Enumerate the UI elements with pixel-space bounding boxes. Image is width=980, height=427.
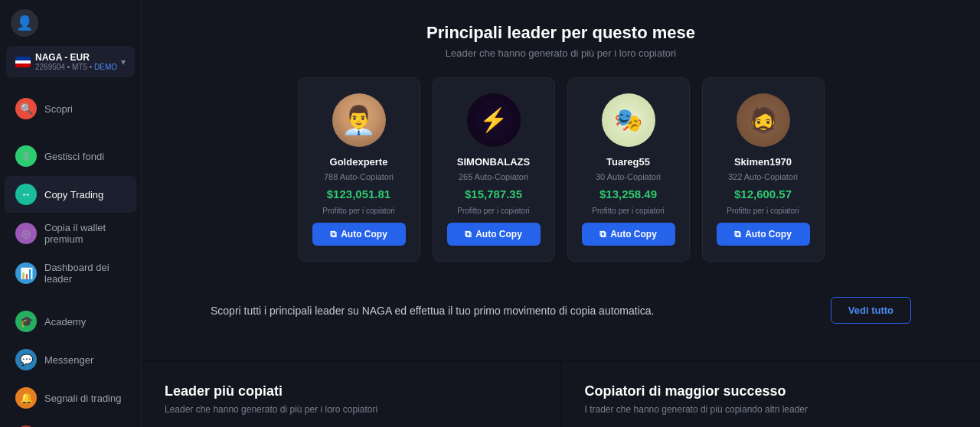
leader-card-skimen1970: Skimen1970 322 Auto-Copiatori $12,600.57… xyxy=(702,77,825,262)
leader-name-goldexperte: Goldexperte xyxy=(330,156,388,168)
sidebar-label-copy: Copy Trading xyxy=(44,189,103,200)
bottom-card-copiatori-title: Copiatori di maggior successo xyxy=(585,383,958,399)
leader-avatar-simonbalazs xyxy=(467,93,521,147)
leader-copiers-skimen1970: 322 Auto-Copiatori xyxy=(728,172,798,181)
sidebar-item-dashboard[interactable]: 📊 Dashboard dei leader xyxy=(5,254,136,292)
leader-profit-label-skimen1970: Profitto per i copiatori xyxy=(727,207,799,215)
bottom-banner: Scopri tutti i principali leader su NAGA… xyxy=(188,283,934,337)
fondi-icon: $ xyxy=(15,145,37,167)
leader-name-skimen1970: Skimen1970 xyxy=(734,156,792,168)
sidebar-item-messenger[interactable]: 💬 Messenger xyxy=(5,341,136,378)
wallet-icon: ◎ xyxy=(15,223,37,244)
leader-profit-goldexperte: $123,051.81 xyxy=(327,187,390,200)
sidebar-label-fondi: Gestisci fondi xyxy=(44,151,104,162)
hero-title: Principali leader per questo mese xyxy=(172,23,949,43)
sidebar-item-buzz[interactable]: 📡 Market Buzz xyxy=(5,418,136,427)
naga-flag-icon xyxy=(15,57,31,67)
sidebar-label-scopri: Scopri xyxy=(44,103,73,115)
leader-avatar-tuareg55 xyxy=(602,93,655,147)
leader-avatar-goldexperte xyxy=(332,93,386,147)
leader-profit-skimen1970: $12,600.57 xyxy=(734,187,792,200)
scopri-icon: 🔍 xyxy=(15,98,37,119)
sidebar-label-academy: Academy xyxy=(44,316,86,328)
leader-card-simonbalazs: SIMONBALAZS 265 Auto-Copiatori $15,787.3… xyxy=(433,77,555,262)
bottom-card-leaders: Leader più copiati Leader che hanno gene… xyxy=(142,362,560,427)
sidebar-label-dashboard: Dashboard dei leader xyxy=(44,262,126,285)
leader-name-tuareg55: Tuareg55 xyxy=(606,156,650,168)
leader-copiers-goldexperte: 788 Auto-Copiatori xyxy=(324,172,394,181)
copy-btn-icon-simonbalazs: ⧉ xyxy=(465,229,472,240)
leader-profit-tuareg55: $13,258.49 xyxy=(599,187,657,200)
sidebar-item-fondi[interactable]: $ Gestisci fondi xyxy=(5,138,136,174)
messenger-icon: 💬 xyxy=(15,349,37,370)
account-selector[interactable]: NAGA - EUR 2269504 • MT5 • DEMO ▾ xyxy=(6,46,135,77)
hero-subtitle: Leader che hanno generato di più per i l… xyxy=(172,47,949,59)
leader-profit-label-goldexperte: Profitto per i copiatori xyxy=(322,207,395,215)
copy-btn-icon-tuareg55: ⧉ xyxy=(599,229,606,240)
leader-card-tuareg55: Tuareg55 30 Auto-Copiatori $13,258.49 Pr… xyxy=(567,77,690,262)
sidebar-label-wallet: Copia il wallet premium xyxy=(44,222,126,245)
academy-icon: 🎓 xyxy=(15,311,37,332)
leader-profit-label-tuareg55: Profitto per i copiatori xyxy=(592,207,665,215)
sidebar-item-copy[interactable]: ↔ Copy Trading xyxy=(5,176,136,213)
bottom-card-copiatori: Copiatori di maggior successo I trader c… xyxy=(562,362,981,427)
bottom-card-leaders-title: Leader più copiati xyxy=(165,383,537,399)
bottom-card-copiatori-subtitle: I trader che hanno generato di più copia… xyxy=(585,404,958,415)
account-info: NAGA - EUR 2269504 • MT5 • DEMO xyxy=(15,52,117,71)
auto-copy-btn-goldexperte[interactable]: ⧉ Auto Copy xyxy=(312,223,406,246)
leader-profit-simonbalazs: $15,787.35 xyxy=(465,187,522,200)
bottom-card-leaders-subtitle: Leader che hanno generato di più per i l… xyxy=(165,404,537,415)
hero-section: Principali leader per questo mese Leader… xyxy=(142,0,980,360)
sidebar-item-scopri[interactable]: 🔍 Scopri xyxy=(5,90,136,127)
leader-profit-label-simonbalazs: Profitto per i copiatori xyxy=(457,207,530,215)
segnali-icon: 🔔 xyxy=(15,387,37,409)
sidebar-label-messenger: Messenger xyxy=(44,354,93,366)
sidebar-item-academy[interactable]: 🎓 Academy xyxy=(5,303,136,340)
copy-btn-icon-skimen1970: ⧉ xyxy=(734,229,741,240)
account-meta: 2269504 • MT5 • DEMO xyxy=(35,63,117,71)
vedi-tutto-button[interactable]: Vedi tutto xyxy=(831,297,911,324)
main-content: Principali leader per questo mese Leader… xyxy=(142,0,980,427)
leader-cards-container: Goldexperte 788 Auto-Copiatori $123,051.… xyxy=(172,77,949,262)
chevron-down-icon: ▾ xyxy=(121,57,126,67)
bottom-sections: Leader più copiati Leader che hanno gene… xyxy=(142,362,980,427)
dashboard-icon: 📊 xyxy=(15,262,37,284)
sidebar-header: 👤 xyxy=(0,0,141,46)
sidebar: 👤 NAGA - EUR 2269504 • MT5 • DEMO ▾ 🔍 Sc… xyxy=(0,0,142,427)
avatar: 👤 xyxy=(11,9,38,37)
leader-copiers-tuareg55: 30 Auto-Copiatori xyxy=(596,172,661,181)
copy-btn-icon-goldexperte: ⧉ xyxy=(330,229,337,240)
copy-icon: ↔ xyxy=(15,184,37,205)
sidebar-label-segnali: Segnali di trading xyxy=(44,393,121,404)
leader-card-goldexperte: Goldexperte 788 Auto-Copiatori $123,051.… xyxy=(298,77,420,262)
sidebar-item-segnali[interactable]: 🔔 Segnali di trading xyxy=(5,380,136,416)
banner-text: Scopri tutti i principali leader su NAGA… xyxy=(211,305,654,317)
account-name: NAGA - EUR xyxy=(35,52,117,63)
auto-copy-btn-simonbalazs[interactable]: ⧉ Auto Copy xyxy=(447,223,541,246)
leader-avatar-skimen1970 xyxy=(737,93,790,147)
auto-copy-btn-skimen1970[interactable]: ⧉ Auto Copy xyxy=(717,223,810,246)
leader-name-simonbalazs: SIMONBALAZS xyxy=(457,156,530,168)
auto-copy-btn-tuareg55[interactable]: ⧉ Auto Copy xyxy=(582,223,675,246)
leader-copiers-simonbalazs: 265 Auto-Copiatori xyxy=(459,172,528,181)
sidebar-item-wallet[interactable]: ◎ Copia il wallet premium xyxy=(5,214,136,253)
